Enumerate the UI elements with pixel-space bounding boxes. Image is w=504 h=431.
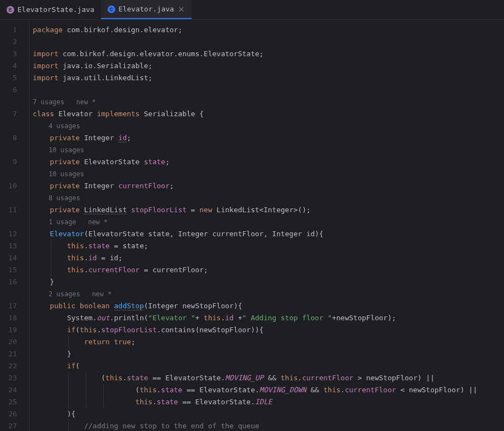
enum-icon: E bbox=[7, 6, 14, 14]
usage-hint[interactable]: 4 usages bbox=[29, 120, 504, 132]
line-number[interactable]: 23 bbox=[0, 372, 29, 384]
usage-hint[interactable]: 2 usages new * bbox=[29, 288, 504, 300]
code-line[interactable]: return true; bbox=[29, 336, 504, 348]
code-line[interactable]: import java.io.Serializable; bbox=[29, 60, 504, 72]
code-line[interactable]: this.state = state; bbox=[29, 240, 504, 252]
tab-elevator-state[interactable]: E ElevatorState.java bbox=[0, 0, 101, 19]
usage-hint[interactable]: 8 usages bbox=[29, 192, 504, 204]
code-line[interactable]: private ElevatorState state; bbox=[29, 156, 504, 168]
gutter-spacer bbox=[0, 168, 29, 180]
line-number[interactable]: 4 bbox=[0, 60, 29, 72]
code-line[interactable] bbox=[29, 84, 504, 96]
usage-hint[interactable]: 10 usages bbox=[29, 144, 504, 156]
line-number[interactable]: 16 bbox=[0, 276, 29, 288]
line-gutter: 1 2 3 4 5 6 7 8 9 10 11 12 13 14 15 16 1… bbox=[0, 20, 29, 431]
usage-hint[interactable]: 7 usages new * bbox=[29, 96, 504, 108]
gutter-spacer bbox=[0, 192, 29, 204]
editor-tabs: E ElevatorState.java C Elevator.java bbox=[0, 0, 504, 20]
line-number[interactable]: 14 bbox=[0, 252, 29, 264]
line-number[interactable]: 26 bbox=[0, 408, 29, 420]
gutter-spacer bbox=[0, 96, 29, 108]
line-number[interactable]: 25 bbox=[0, 396, 29, 408]
code-line[interactable]: } bbox=[29, 348, 504, 360]
code-line[interactable]: private Integer id; bbox=[29, 132, 504, 144]
line-number[interactable]: 2 bbox=[0, 36, 29, 48]
line-number[interactable]: 17 bbox=[0, 300, 29, 312]
tab-label: ElevatorState.java bbox=[17, 5, 94, 14]
code-line[interactable]: //adding new stop to the end of the queu… bbox=[29, 420, 504, 431]
code-line[interactable]: this.state == ElevatorState.IDLE bbox=[29, 396, 504, 408]
code-line[interactable]: (this.state == ElevatorState.MOVING_DOWN… bbox=[29, 384, 504, 396]
gutter-spacer bbox=[0, 216, 29, 228]
class-icon: C bbox=[108, 5, 115, 13]
line-number[interactable]: 24 bbox=[0, 384, 29, 396]
tab-elevator[interactable]: C Elevator.java bbox=[101, 0, 192, 19]
code-line[interactable]: (this.state == ElevatorState.MOVING_UP &… bbox=[29, 372, 504, 384]
code-line[interactable]: this.currentFloor = currentFloor; bbox=[29, 264, 504, 276]
line-number[interactable]: 21 bbox=[0, 348, 29, 360]
line-number[interactable]: 10 bbox=[0, 180, 29, 192]
line-number[interactable]: 5 bbox=[0, 72, 29, 84]
line-number[interactable]: 19 bbox=[0, 324, 29, 336]
line-number[interactable]: 1 bbox=[0, 24, 29, 36]
usage-hint[interactable]: 10 usages bbox=[29, 168, 504, 180]
code-line[interactable]: package com.birkof.design.elevator; bbox=[29, 24, 504, 36]
line-number[interactable]: 12 bbox=[0, 228, 29, 240]
editor: 1 2 3 4 5 6 7 8 9 10 11 12 13 14 15 16 1… bbox=[0, 20, 504, 431]
code-line[interactable]: import java.util.LinkedList; bbox=[29, 72, 504, 84]
code-line[interactable]: if( bbox=[29, 360, 504, 372]
code-line[interactable]: import com.birkof.design.elevator.enums.… bbox=[29, 48, 504, 60]
code-line[interactable]: System.out.println("Elevator "+ this.id … bbox=[29, 312, 504, 324]
usage-hint[interactable]: 1 usage new * bbox=[29, 216, 504, 228]
line-number[interactable]: 27 bbox=[0, 420, 29, 431]
line-number[interactable]: 18 bbox=[0, 312, 29, 324]
line-number[interactable]: 9 bbox=[0, 156, 29, 168]
line-number[interactable]: 15 bbox=[0, 264, 29, 276]
code-line[interactable]: private Integer currentFloor; bbox=[29, 180, 504, 192]
gutter-spacer bbox=[0, 288, 29, 300]
line-number[interactable]: 11 bbox=[0, 204, 29, 216]
tab-label: Elevator.java bbox=[118, 5, 174, 13]
line-number[interactable]: 13 bbox=[0, 240, 29, 252]
line-number[interactable]: 7 bbox=[0, 108, 29, 120]
line-number[interactable]: 3 bbox=[0, 48, 29, 60]
code-line[interactable]: Elevator(ElevatorState state, Integer cu… bbox=[29, 228, 504, 240]
code-line[interactable]: ){ bbox=[29, 408, 504, 420]
code-line[interactable] bbox=[29, 36, 504, 48]
code-line[interactable]: public boolean addStop(Integer newStopFl… bbox=[29, 300, 504, 312]
code-line[interactable]: if(this.stopFloorList.contains(newStopFl… bbox=[29, 324, 504, 336]
code-area[interactable]: package com.birkof.design.elevator; impo… bbox=[29, 20, 504, 431]
gutter-spacer bbox=[0, 144, 29, 156]
gutter-spacer bbox=[0, 120, 29, 132]
line-number[interactable]: 6 bbox=[0, 84, 29, 96]
code-line[interactable]: this.id = id; bbox=[29, 252, 504, 264]
close-icon[interactable] bbox=[177, 5, 185, 13]
svg-text:E: E bbox=[9, 7, 12, 13]
code-line[interactable]: private LinkedList stopFloorList = new L… bbox=[29, 204, 504, 216]
code-line[interactable]: } bbox=[29, 276, 504, 288]
line-number[interactable]: 20 bbox=[0, 336, 29, 348]
code-line[interactable]: class Elevator implements Serializable { bbox=[29, 108, 504, 120]
svg-text:C: C bbox=[110, 7, 114, 12]
line-number[interactable]: 8 bbox=[0, 132, 29, 144]
line-number[interactable]: 22 bbox=[0, 360, 29, 372]
